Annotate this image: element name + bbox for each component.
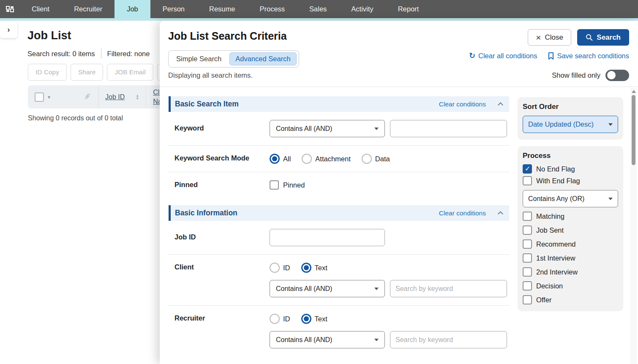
sort-order-card: Sort Order Date Updated (Desc): [518, 97, 623, 140]
checkbox-icon: [523, 253, 532, 263]
radio-icon: [362, 154, 372, 164]
expand-panel-button[interactable]: ›: [0, 21, 17, 38]
nav-tab-sales[interactable]: Sales: [297, 0, 339, 18]
scrollbar-thumb[interactable]: [632, 95, 635, 165]
job-id-row: Job ID: [169, 221, 509, 255]
scroll-up-arrow-icon[interactable]: [632, 90, 636, 93]
checkbox-with-end-flag[interactable]: With End Flag: [523, 176, 618, 185]
nav-tab-person[interactable]: Person: [150, 0, 197, 18]
section-title: Basic Information: [175, 209, 237, 217]
tab-advanced-search[interactable]: Advanced Search: [229, 52, 296, 65]
nav-tab-process[interactable]: Process: [247, 0, 297, 18]
job-search-criteria-modal: Job List Search Criteria × Close Search …: [160, 21, 638, 364]
search-form: Basic Search Item Clear conditions Keywo…: [169, 96, 509, 356]
sort-order-select[interactable]: Date Updated (Desc): [523, 116, 618, 133]
close-button[interactable]: × Close: [528, 29, 571, 46]
top-navigation: Client Recruiter Job Person Resume Proce…: [0, 0, 638, 18]
chevron-up-icon[interactable]: [498, 211, 503, 217]
select-caret-icon: [608, 198, 613, 200]
sort-arrows-icon[interactable]: ▲▼: [136, 94, 139, 100]
process-operator-select[interactable]: Contains Any (OR): [523, 190, 618, 207]
checkbox-1st-interview[interactable]: 1st Interview: [523, 253, 618, 263]
recruiter-row: Recruiter ID Text Con: [169, 306, 509, 356]
recruiter-radio-id[interactable]: ID: [270, 314, 290, 324]
filtered-status: Filtered: none: [107, 50, 150, 58]
recruiter-radio-text[interactable]: Text: [301, 314, 327, 324]
show-filled-only-toggle[interactable]: [605, 70, 629, 81]
job-table-header: ▾ Job ID ▲▼ Client Name: [28, 85, 160, 109]
clear-conditions-link[interactable]: Clear conditions: [439, 101, 486, 108]
search-icon: [586, 34, 593, 41]
select-all-checkbox[interactable]: [35, 92, 44, 102]
modal-scrollbar[interactable]: [630, 88, 637, 364]
radio-icon: [270, 154, 280, 164]
chevron-down-icon[interactable]: ▾: [48, 94, 50, 100]
job-list-panel: › Job List Search result: 0 items Filter…: [0, 21, 160, 364]
show-filled-only-label: Show filled only: [552, 71, 600, 79]
column-divider: [98, 85, 99, 109]
radio-attachment[interactable]: Attachment: [302, 154, 350, 164]
clear-conditions-link[interactable]: Clear conditions: [439, 209, 486, 217]
client-radio-id[interactable]: ID: [270, 263, 290, 273]
checkbox-decision[interactable]: Decision: [523, 281, 618, 291]
search-mode-tabs: Simple Search Advanced Search: [168, 50, 299, 68]
keyword-label: Keyword: [174, 120, 270, 132]
radio-icon: [270, 263, 280, 273]
nav-tab-job[interactable]: Job: [115, 0, 150, 18]
section-title: Basic Search Item: [175, 100, 239, 109]
nav-tab-client[interactable]: Client: [19, 0, 62, 18]
process-card: Process No End Flag With End Flag Contai…: [518, 146, 623, 311]
checkbox-icon: [523, 212, 532, 221]
share-button[interactable]: Share: [71, 64, 103, 81]
toggle-knob: [607, 71, 616, 79]
radio-icon: [301, 263, 311, 273]
column-header-job-id[interactable]: Job ID: [105, 93, 125, 101]
checkbox-offer[interactable]: Offer: [523, 295, 618, 304]
radio-data[interactable]: Data: [362, 154, 390, 164]
select-caret-icon: [374, 288, 379, 290]
checkbox-recommend[interactable]: Recommend: [523, 239, 618, 249]
nav-tab-report[interactable]: Report: [386, 0, 431, 18]
checkbox-matching[interactable]: Matching: [523, 212, 618, 221]
id-copy-button[interactable]: ID Copy: [28, 64, 67, 81]
job-id-input[interactable]: [270, 229, 385, 246]
checkbox-icon: [523, 295, 532, 304]
nav-tab-activity[interactable]: Activity: [339, 0, 385, 18]
pinned-row: Pinned Pinned: [169, 172, 509, 198]
keyword-search-mode-label: Keyword Search Mode: [174, 154, 270, 162]
recruiter-label: Recruiter: [174, 314, 270, 322]
recruiter-keyword-input[interactable]: [390, 331, 507, 348]
nav-tab-resume[interactable]: Resume: [197, 0, 247, 18]
radio-all[interactable]: All: [270, 154, 291, 164]
display-options-row: Displaying all search items. Show filled…: [160, 68, 638, 87]
search-button[interactable]: Search: [577, 29, 629, 46]
checkbox-job-sent[interactable]: Job Sent: [523, 225, 618, 235]
process-title: Process: [523, 152, 618, 160]
checkbox-icon: [270, 180, 279, 190]
checkbox-icon: [523, 281, 532, 291]
apps-grid-icon[interactable]: [0, 0, 19, 18]
save-search-conditions-link[interactable]: Save search conditions: [548, 51, 629, 60]
keyword-operator-select[interactable]: Contains All (AND): [270, 120, 385, 137]
search-result-count: Search result: 0 items: [27, 50, 95, 58]
select-caret-icon: [374, 128, 379, 130]
clear-all-conditions-link[interactable]: ↻ Clear all conditions: [469, 51, 537, 60]
recruiter-operator-select[interactable]: Contains All (AND): [270, 331, 385, 348]
nav-tab-recruiter[interactable]: Recruiter: [62, 0, 115, 18]
divider: [101, 49, 101, 59]
column-header-client-name[interactable]: Client Name: [153, 88, 160, 106]
checkbox-icon: [523, 176, 532, 185]
chevron-up-icon[interactable]: [498, 102, 503, 108]
client-operator-select[interactable]: Contains All (AND): [270, 280, 385, 297]
keyword-input[interactable]: [390, 120, 507, 137]
client-radio-text[interactable]: Text: [301, 263, 327, 273]
checkbox-no-end-flag[interactable]: No End Flag: [523, 164, 618, 174]
job-email-button[interactable]: JOB Email: [107, 64, 153, 81]
column-divider: [146, 85, 146, 109]
client-keyword-input[interactable]: [390, 280, 507, 297]
checkbox-icon: [523, 267, 532, 277]
pinned-checkbox-item[interactable]: Pinned: [270, 180, 305, 190]
checkbox-2nd-interview[interactable]: 2nd Interview: [523, 267, 618, 277]
checkbox-icon: [523, 225, 532, 235]
tab-simple-search[interactable]: Simple Search: [171, 53, 227, 65]
